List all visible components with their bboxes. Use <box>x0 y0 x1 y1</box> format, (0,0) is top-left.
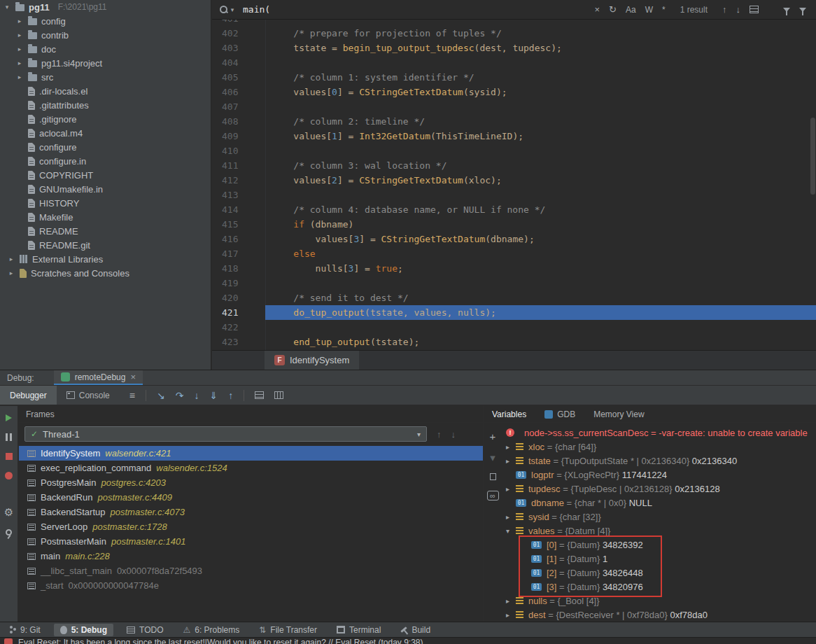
line-number[interactable]: 413 <box>212 188 265 202</box>
stack-frame[interactable]: __libc_start_main0x00007f8da72f5493 <box>19 564 483 578</box>
line-number[interactable]: 414 <box>212 202 265 217</box>
code-line[interactable]: 407 <box>212 99 816 114</box>
line-number[interactable]: 412 <box>212 173 265 188</box>
variable-row[interactable]: ▸tstate = {TupOutputState * | 0x2136340}… <box>502 454 816 468</box>
show-execution-point-icon[interactable]: ↘ <box>157 391 165 400</box>
chevron-right-icon[interactable]: ▸ <box>7 255 15 262</box>
tree-item-aclocal-m4[interactable]: aclocal.m4 <box>0 126 211 140</box>
code-line[interactable]: 417 else <box>212 246 816 261</box>
line-number[interactable]: 401 <box>212 20 265 26</box>
tab-console[interactable]: Console <box>57 386 120 405</box>
evaluate-expression-button[interactable]: ∞ <box>487 491 499 500</box>
line-number[interactable]: 420 <box>212 290 265 305</box>
tab-gdb[interactable]: GDB <box>544 410 575 419</box>
line-number[interactable]: 418 <box>212 261 265 276</box>
status-item-5-debug[interactable]: 5: Debug <box>54 624 113 636</box>
tree-item-copyright[interactable]: COPYRIGHT <box>0 168 211 182</box>
line-number[interactable]: 411 <box>212 158 265 173</box>
code-line[interactable]: 420 /* send it to dest */ <box>212 290 816 305</box>
status-item-build[interactable]: Build <box>394 624 437 636</box>
tree-item-makefile[interactable]: Makefile <box>0 210 211 224</box>
open-in-find-window-icon[interactable] <box>750 6 759 13</box>
chevron-down-icon[interactable]: ▾ <box>506 527 516 535</box>
code-line[interactable]: 409 values[1] = Int32GetDatum(ThisTimeLi… <box>212 129 816 144</box>
chevron-right-icon[interactable]: ▸ <box>506 485 516 493</box>
stack-frame[interactable]: _start0x000000000047784e <box>19 578 483 593</box>
status-item-9-git[interactable]: 9: Git <box>3 624 47 636</box>
collapse-all-button[interactable]: ▾ <box>490 452 495 463</box>
status-item-file-transfer[interactable]: ⇅File Transfer <box>253 624 323 636</box>
stack-frame[interactable]: exec_replication_commandwalsender.c:1524 <box>19 461 483 475</box>
stack-frame[interactable]: mainmain.c:228 <box>19 549 483 564</box>
tree-item-gnumakefile-in[interactable]: GNUmakefile.in <box>0 182 211 196</box>
add-watch-button[interactable]: + <box>490 431 496 442</box>
line-number[interactable]: 402 <box>212 26 265 41</box>
tree-item-gitignore[interactable]: .gitignore <box>0 112 211 126</box>
regex-toggle[interactable]: * <box>662 5 666 15</box>
step-over-icon[interactable]: ↷ <box>176 391 184 400</box>
variable-row[interactable]: ▸dest = {DestReceiver * | 0xf78da0} 0xf7… <box>502 608 816 622</box>
chevron-right-icon[interactable]: ▸ <box>15 31 24 38</box>
chevron-right-icon[interactable]: ▸ <box>506 611 516 619</box>
status-item-terminal[interactable]: Terminal <box>330 624 387 636</box>
code-line[interactable]: 412 values[2] = CStringGetTextDatum(xloc… <box>212 173 816 188</box>
chevron-right-icon[interactable]: ▸ <box>15 18 24 24</box>
line-number[interactable]: 407 <box>212 99 265 114</box>
pause-button[interactable] <box>6 433 12 441</box>
search-history-chevron-icon[interactable]: ▾ <box>228 6 237 13</box>
close-search-icon[interactable]: × <box>594 5 600 14</box>
line-number[interactable]: 408 <box>212 114 265 129</box>
chevron-right-icon[interactable]: ▸ <box>7 270 15 276</box>
variable-row[interactable]: 01[1] = {Datum} 1 <box>502 552 816 566</box>
chevron-down-icon[interactable]: ▾ <box>3 4 11 10</box>
line-number[interactable]: 419 <box>212 276 265 290</box>
notification-bar[interactable]: Eval Reset: It has been a long since the… <box>0 637 816 644</box>
line-number[interactable]: 406 <box>212 85 265 99</box>
chevron-right-icon[interactable]: ▸ <box>506 443 516 451</box>
line-number[interactable]: 421 <box>212 305 265 320</box>
view-breakpoints-button[interactable] <box>5 472 13 479</box>
code-line[interactable]: 410 <box>212 144 816 158</box>
line-number[interactable]: 410 <box>212 144 265 158</box>
code-line[interactable]: 414 /* column 4: database name, or NULL … <box>212 202 816 217</box>
filter-search-results-icon[interactable] <box>783 8 790 12</box>
tree-item-configure[interactable]: configure <box>0 140 211 154</box>
tree-item-readme[interactable]: README <box>0 224 211 238</box>
close-session-icon[interactable]: × <box>130 372 136 382</box>
variable-row[interactable]: ▸tupdesc = {TupleDesc | 0x2136128} 0x213… <box>502 482 816 496</box>
previous-occurrence-button[interactable]: ↑ <box>722 5 727 14</box>
line-number[interactable]: 417 <box>212 246 265 261</box>
layout-menu-icon[interactable]: ≡ <box>129 391 135 400</box>
view-breakpoints-icon[interactable] <box>255 391 264 399</box>
tree-item-gitattributes[interactable]: .gitattributes <box>0 98 211 112</box>
line-number[interactable]: 416 <box>212 232 265 246</box>
tab-variables[interactable]: Variables <box>492 410 526 419</box>
tree-item-scratches-and-consoles[interactable]: ▸Scratches and Consoles <box>0 266 211 280</box>
stack-frame[interactable]: PostmasterMainpostmaster.c:1401 <box>19 534 483 549</box>
exclude-search-results-icon[interactable] <box>799 8 806 12</box>
code-line[interactable]: 413 <box>212 188 816 202</box>
line-number[interactable]: 403 <box>212 41 265 55</box>
stack-frame[interactable]: BackendStartuppostmaster.c:4073 <box>19 505 483 519</box>
step-into-icon[interactable]: ↓ <box>194 391 199 400</box>
line-number[interactable]: 405 <box>212 70 265 85</box>
variable-row[interactable]: 01[3] = {Datum} 34820976 <box>502 580 816 594</box>
previous-frame-icon[interactable]: ↑ <box>437 429 442 440</box>
chevron-down-icon[interactable]: ▾ <box>417 430 421 438</box>
code-line[interactable]: 401 <box>212 20 816 26</box>
code-line[interactable]: 404 <box>212 55 816 70</box>
chevron-right-icon[interactable]: ▸ <box>506 457 516 465</box>
tree-item-dir-locals-el[interactable]: .dir-locals.el <box>0 84 211 98</box>
code-line[interactable]: 405 /* column 1: system identifier */ <box>212 70 816 85</box>
next-occurrence-button[interactable]: ↓ <box>736 5 741 14</box>
chevron-right-icon[interactable]: ▸ <box>15 59 24 66</box>
tab-remote-debug[interactable]: remoteDebug × <box>54 370 143 385</box>
chevron-right-icon[interactable]: ▸ <box>15 46 24 52</box>
line-number[interactable]: 423 <box>212 335 265 349</box>
code-line[interactable]: 416 values[3] = CStringGetTextDatum(dbna… <box>212 232 816 246</box>
force-step-into-icon[interactable]: ⇓ <box>209 391 218 400</box>
code-line[interactable]: 423 end_tup_output(tstate); <box>212 335 816 349</box>
project-root[interactable]: ▾ pg11 F:\2021\pg11 <box>0 0 211 14</box>
code-line[interactable]: 415 if (dbname) <box>212 217 816 232</box>
code-line[interactable]: 419 <box>212 276 816 290</box>
